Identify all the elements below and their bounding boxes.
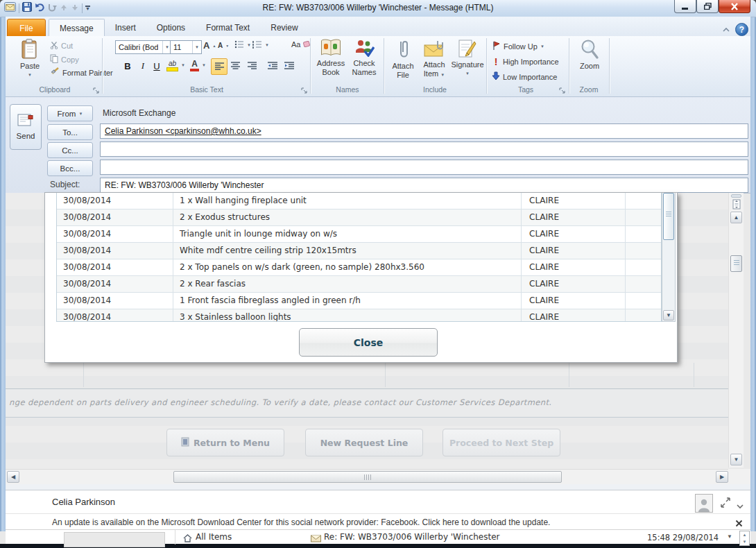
scrollbar-corner xyxy=(728,469,750,484)
follow-up-button[interactable]: Follow Up ▼ xyxy=(492,41,544,52)
table-row[interactable]: 30/08/2014 Triangle unit in lounge midwa… xyxy=(57,226,661,243)
align-right-button[interactable] xyxy=(244,58,259,74)
cc-field[interactable] xyxy=(100,142,748,157)
table-row[interactable]: 30/08/2014 1 Front fascia fibreglass ang… xyxy=(57,293,661,309)
font-color-dropdown-icon[interactable]: ▼ xyxy=(202,63,206,67)
dismiss-update-icon[interactable] xyxy=(735,517,743,530)
font-size-combo[interactable]: 11 ▼ xyxy=(170,40,202,54)
scroll-right-icon[interactable]: ▶ xyxy=(716,471,728,483)
font-size-dropdown-icon[interactable]: ▼ xyxy=(192,41,201,53)
increase-indent-button[interactable] xyxy=(282,58,297,74)
table-row[interactable]: 30/08/2014 2 x Top panels on w/s dark (g… xyxy=(57,259,661,276)
all-items-tab[interactable]: All Items xyxy=(196,532,232,542)
collapse-ribbon-icon[interactable] xyxy=(722,23,732,30)
text-highlight-button[interactable]: ab ▼ xyxy=(166,59,185,71)
follow-up-flag-icon xyxy=(492,41,501,52)
table-row[interactable]: 30/08/2014 2 x Rear fascias CLAIRE xyxy=(57,276,661,293)
social-update-text[interactable]: An update is available on the Microsoft … xyxy=(52,517,550,527)
table-row[interactable]: 30/08/2014 White mdf centre ceiling stri… xyxy=(57,243,661,259)
bullets-button[interactable]: ▼ xyxy=(234,40,251,50)
highlight-dropdown-icon[interactable]: ▼ xyxy=(181,63,185,67)
table-scroll-down-icon[interactable]: ▼ xyxy=(663,310,674,320)
decrease-indent-button[interactable] xyxy=(265,58,280,74)
pane-splitter[interactable] xyxy=(6,484,750,490)
row-owner: CLAIRE xyxy=(522,259,626,275)
low-importance-button[interactable]: Low Importance xyxy=(492,71,557,82)
basic-text-dialog-launcher-icon[interactable] xyxy=(301,85,309,93)
quick-access-toolbar: ▼ xyxy=(4,2,90,15)
tab-format-text[interactable]: Format Text xyxy=(196,19,260,36)
to-field[interactable]: Celia Parkinson <cparkinson@whh.co.uk> xyxy=(100,123,748,139)
horizontal-scrollbar-thumb[interactable] xyxy=(173,471,562,483)
align-center-button[interactable] xyxy=(227,58,243,74)
grow-font-button[interactable]: A▲ xyxy=(203,40,216,51)
tab-file[interactable]: File xyxy=(7,19,46,37)
undo-icon[interactable] xyxy=(35,2,45,15)
customize-quick-access-icon[interactable]: ▼ xyxy=(85,6,90,11)
signature-button[interactable]: Signature ▼ xyxy=(451,39,484,78)
tab-message[interactable]: Message xyxy=(49,19,105,37)
minimize-button[interactable] xyxy=(674,0,696,13)
zoom-button[interactable]: Zoom xyxy=(574,39,605,71)
underline-button[interactable]: U xyxy=(150,59,164,73)
save-icon[interactable] xyxy=(22,2,32,15)
to-recipient[interactable]: Celia Parkinson <cparkinson@whh.co.uk> xyxy=(105,126,261,136)
table-scrollbar[interactable]: ▼ xyxy=(662,193,676,322)
attach-file-button[interactable]: Attach File xyxy=(388,39,418,80)
row-blank-cell xyxy=(626,259,661,275)
table-row[interactable]: 30/08/2014 2 x Exodus structures CLAIRE xyxy=(57,209,661,226)
row-blank-cell xyxy=(626,243,661,259)
from-button[interactable]: From▼ xyxy=(47,105,93,121)
paste-button[interactable]: Paste ▼ xyxy=(14,39,46,80)
bold-button[interactable]: B xyxy=(121,59,135,73)
font-name-combo[interactable]: Calibri (Bod ▼ xyxy=(115,40,172,54)
bcc-button[interactable]: Bcc... xyxy=(47,160,93,176)
divider xyxy=(175,530,175,545)
close-dialog-button[interactable]: Close xyxy=(299,328,438,357)
vertical-scrollbar[interactable]: ▲ ▼ xyxy=(728,193,744,468)
split-handle[interactable] xyxy=(731,194,741,198)
format-painter-button[interactable]: Format Painter xyxy=(50,67,113,78)
tab-options[interactable]: Options xyxy=(146,19,196,36)
subject-field[interactable]: RE: FW: WB3703/006 Willerby 'Winchester xyxy=(100,178,748,193)
avatar[interactable] xyxy=(695,494,713,513)
item-dropdown-icon[interactable]: ▼ xyxy=(727,533,732,540)
expand-people-pane-icon[interactable] xyxy=(720,497,731,511)
clipboard-dialog-launcher-icon[interactable] xyxy=(93,85,101,93)
scroll-down-icon[interactable]: ▼ xyxy=(730,454,742,465)
high-importance-button[interactable]: ! High Importance xyxy=(492,56,559,67)
table-row[interactable]: 30/08/2014 3 x Stainless balloon lights … xyxy=(57,309,661,322)
spinner-up-icon[interactable]: ▲ xyxy=(743,533,747,537)
attach-item-button[interactable]: Attach Item ▼ xyxy=(419,39,449,80)
numbering-button[interactable]: ▼ xyxy=(252,40,269,50)
tab-review[interactable]: Review xyxy=(260,19,308,36)
scroll-left-icon[interactable]: ◀ xyxy=(7,471,19,483)
bcc-field[interactable] xyxy=(100,160,748,175)
cc-button[interactable]: Cc... xyxy=(47,142,93,158)
item-spinner[interactable]: ▲ ▼ xyxy=(739,531,750,546)
address-book-button[interactable]: Address Book xyxy=(315,39,347,77)
table-scrollbar-thumb[interactable] xyxy=(663,193,674,240)
restore-button[interactable] xyxy=(696,0,719,13)
check-names-button[interactable]: Check Names xyxy=(348,39,380,77)
table-row[interactable]: 30/08/2014 1 x Wall hanging fireplace un… xyxy=(57,193,661,209)
italic-button[interactable]: I xyxy=(136,59,150,73)
tags-dialog-launcher-icon[interactable] xyxy=(559,85,567,93)
font-color-button[interactable]: A ▼ xyxy=(190,59,206,71)
tab-insert[interactable]: Insert xyxy=(105,19,146,36)
horizontal-scrollbar[interactable]: ◀ ▶ xyxy=(6,469,730,484)
vertical-scrollbar-thumb[interactable] xyxy=(730,255,742,272)
help-icon[interactable]: ? xyxy=(735,23,748,36)
to-button[interactable]: To... xyxy=(47,124,93,140)
spinner-down-icon[interactable]: ▼ xyxy=(743,540,747,544)
collapse-chevron-icon[interactable] xyxy=(736,499,744,512)
scroll-up-icon[interactable]: ▲ xyxy=(730,212,742,223)
browse-pages-icon[interactable] xyxy=(732,199,741,212)
align-left-button[interactable] xyxy=(211,58,227,75)
activity-item-subject[interactable]: Re: FW: WB3703/006 Willerby 'Winchester xyxy=(324,532,500,542)
close-window-button[interactable] xyxy=(719,0,750,13)
row-owner: CLAIRE xyxy=(522,226,626,242)
clear-formatting-button[interactable]: Aa xyxy=(291,40,310,49)
shrink-font-button[interactable]: A▼ xyxy=(218,42,229,49)
send-button[interactable]: Send xyxy=(10,104,42,150)
